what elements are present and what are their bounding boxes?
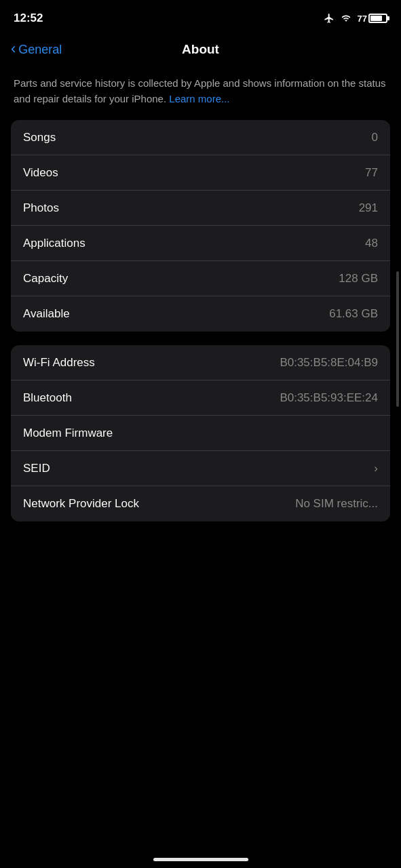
songs-label: Songs [23, 131, 56, 144]
info-text: Parts and service history is collected b… [0, 68, 401, 120]
bluetooth-value: B0:35:B5:93:EE:24 [280, 391, 378, 405]
back-label: General [18, 43, 62, 57]
modem-firmware-label: Modem Firmware [23, 427, 113, 440]
videos-row: Videos 77 [11, 155, 390, 191]
network-provider-lock-row: Network Provider Lock No SIM restric... [11, 486, 390, 521]
available-label: Available [23, 307, 70, 321]
status-time: 12:52 [14, 12, 43, 25]
battery-fill [370, 16, 382, 21]
songs-value: 0 [372, 131, 378, 144]
capacity-value: 128 GB [339, 272, 378, 285]
learn-more-link[interactable]: Learn more... [169, 93, 229, 104]
photos-row: Photos 291 [11, 191, 390, 226]
wifi-icon [340, 14, 352, 23]
network-provider-lock-value: No SIM restric... [295, 497, 378, 511]
stats-card: Songs 0 Videos 77 Photos 291 Application… [11, 120, 390, 332]
battery-body [368, 14, 387, 23]
nav-bar: ‹ General About [0, 34, 401, 68]
videos-label: Videos [23, 166, 58, 180]
scrollbar[interactable] [396, 271, 399, 407]
wifi-address-row: Wi-Fi Address B0:35:B5:8E:04:B9 [11, 345, 390, 380]
photos-label: Photos [23, 201, 59, 215]
status-icons: 77 [324, 13, 387, 24]
capacity-row: Capacity 128 GB [11, 261, 390, 296]
back-chevron-icon: ‹ [11, 41, 16, 56]
songs-row: Songs 0 [11, 120, 390, 155]
applications-label: Applications [23, 237, 85, 250]
back-button[interactable]: ‹ General [11, 43, 62, 57]
network-provider-lock-label: Network Provider Lock [23, 497, 139, 511]
wifi-address-value: B0:35:B5:8E:04:B9 [280, 356, 378, 370]
seid-chevron-icon: › [374, 462, 378, 475]
wifi-address-label: Wi-Fi Address [23, 356, 95, 370]
photos-value: 291 [359, 201, 378, 215]
videos-value: 77 [365, 166, 378, 180]
available-row: Available 61.63 GB [11, 296, 390, 332]
applications-row: Applications 48 [11, 226, 390, 261]
seid-row[interactable]: SEID › [11, 451, 390, 486]
battery-icon: 77 [358, 14, 387, 24]
home-indicator[interactable] [153, 858, 248, 861]
airplane-icon [324, 13, 335, 24]
modem-firmware-row: Modem Firmware [11, 416, 390, 451]
bluetooth-label: Bluetooth [23, 391, 72, 405]
seid-label: SEID [23, 462, 50, 475]
status-bar: 12:52 77 [0, 0, 401, 34]
page-title: About [182, 42, 219, 57]
applications-value: 48 [365, 237, 378, 250]
network-card: Wi-Fi Address B0:35:B5:8E:04:B9 Bluetoot… [11, 345, 390, 521]
available-value: 61.63 GB [329, 307, 378, 321]
capacity-label: Capacity [23, 272, 68, 285]
battery-percent: 77 [358, 14, 367, 24]
content: Parts and service history is collected b… [0, 68, 401, 562]
bluetooth-row: Bluetooth B0:35:B5:93:EE:24 [11, 380, 390, 416]
